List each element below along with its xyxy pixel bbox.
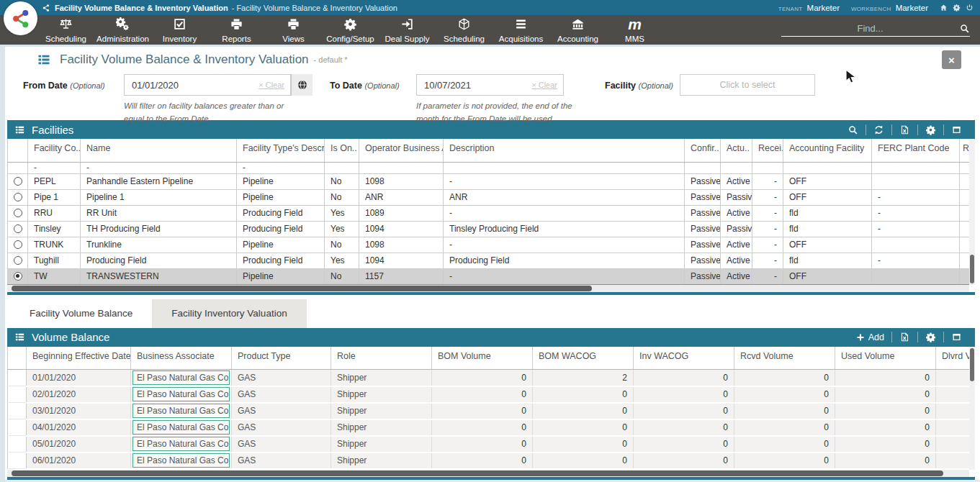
nav-item-inventory[interactable]: Inventory: [151, 16, 208, 45]
cell-row-handle[interactable]: [8, 453, 27, 469]
volume-horizontal-scrollbar[interactable]: [7, 470, 969, 477]
cell-business-associate[interactable]: El Paso Natural Gas Compa..: [131, 370, 232, 386]
nav-item-mms[interactable]: m MMS: [606, 16, 663, 45]
col-clipped[interactable]: R: [960, 139, 970, 162]
volume-settings-button[interactable]: [918, 332, 943, 342]
nav-item-views[interactable]: Views: [265, 16, 322, 45]
app-logo[interactable]: [4, 1, 37, 35]
volume-row[interactable]: 01/01/2020 El Paso Natural Gas Compa.. G…: [8, 370, 970, 386]
cell-business-associate[interactable]: El Paso Natural Gas Compa..: [131, 403, 232, 419]
row-radio-button[interactable]: [14, 209, 22, 217]
nav-item-acquisitions[interactable]: Acquisitions: [493, 16, 549, 45]
facilities-refresh-button[interactable]: [866, 124, 891, 135]
tab[interactable]: Facility Inventory Valuation: [152, 299, 306, 328]
cell-row-handle[interactable]: [8, 419, 27, 436]
facility-row[interactable]: TW TRANSWESTERN Pipeline No 1157 - Passi…: [8, 268, 970, 284]
nav-item-accounting[interactable]: Accounting: [549, 16, 606, 45]
col-actu[interactable]: Actu..: [721, 139, 752, 162]
col-facility-code[interactable]: Facility Co..: [28, 139, 81, 162]
search-icon[interactable]: [959, 23, 970, 34]
volume-excel-export-button[interactable]: [892, 332, 917, 342]
facility-row[interactable]: TRUNK Trunkline Pipeline No 1098 - Passi…: [8, 237, 970, 253]
volume-row[interactable]: 02/01/2020 El Paso Natural Gas Compa.. G…: [8, 386, 970, 403]
facility-row[interactable]: RRU RR Unit Producing Field Yes 1089 - P…: [8, 205, 970, 221]
from-date-globe-button[interactable]: [291, 74, 313, 96]
volume-row[interactable]: 05/01/2020 El Paso Natural Gas Compa.. G…: [8, 436, 970, 453]
cell-radio: [8, 189, 28, 205]
facilities-vertical-scrollbar[interactable]: [969, 139, 975, 285]
col-operator[interactable]: Operator Business A..: [359, 139, 444, 162]
col-facility-type[interactable]: Facility Type's Descri..: [237, 139, 325, 162]
row-radio-button[interactable]: [14, 177, 22, 186]
scrollbar-thumb[interactable]: [970, 348, 974, 381]
cell-row-handle[interactable]: [8, 386, 27, 403]
facilities-horizontal-scrollbar[interactable]: [7, 285, 969, 292]
facility-row[interactable]: Tughill Producing Field Producing Field …: [8, 253, 970, 268]
row-radio-button[interactable]: [14, 272, 22, 281]
cell-row-handle[interactable]: [8, 403, 27, 419]
cell-clipped: [960, 253, 970, 268]
from-date-input[interactable]: [125, 75, 253, 95]
facility-row[interactable]: Pipe 1 Pipeline 1 Pipeline No ANR ANR Pa…: [8, 189, 970, 205]
nav-item-scheduling-2[interactable]: Scheduling: [436, 16, 493, 45]
home-icon[interactable]: [940, 4, 948, 12]
find-input[interactable]: [781, 23, 959, 34]
facilities-maximize-button[interactable]: [944, 124, 969, 135]
col-confir[interactable]: Confir..: [685, 139, 721, 162]
add-button[interactable]: Add: [849, 332, 891, 342]
nav-item-reports[interactable]: Reports: [208, 16, 265, 45]
cell-business-associate[interactable]: El Paso Natural Gas Compa..: [131, 419, 232, 436]
col-business-associate[interactable]: Business Associate: [131, 347, 232, 370]
col-beginning-effective-date[interactable]: Beginning Effective Date: [27, 347, 131, 370]
nav-item-administration[interactable]: Administration: [94, 16, 151, 45]
col-recei[interactable]: Recei..: [752, 139, 783, 162]
row-radio-button[interactable]: [14, 240, 22, 249]
cell-row-handle[interactable]: [8, 436, 27, 453]
close-button[interactable]: ×: [942, 50, 961, 69]
col-name[interactable]: Name: [81, 139, 237, 162]
nav-item-deal-supply[interactable]: Deal Supply: [379, 16, 436, 45]
col-bom-wacog[interactable]: BOM WACOG: [533, 347, 634, 370]
share-logo-icon: [10, 8, 32, 29]
row-radio-button[interactable]: [14, 256, 22, 265]
col-product-type[interactable]: Product Type: [232, 347, 331, 370]
nav-item-scheduling-1[interactable]: Scheduling: [37, 16, 94, 45]
volume-row[interactable]: 06/01/2020 El Paso Natural Gas Compa.. G…: [8, 453, 970, 469]
scrollbar-thumb[interactable]: [970, 255, 974, 283]
col-ferc-plant-code[interactable]: FERC Plant Code: [872, 139, 960, 162]
col-is-on[interactable]: Is On..: [325, 139, 359, 162]
from-date-clear-link[interactable]: × Clear: [253, 81, 290, 89]
to-date-input[interactable]: [417, 75, 526, 95]
cell-business-associate[interactable]: El Paso Natural Gas Compa..: [131, 453, 232, 469]
col-rcvd-volume[interactable]: Rcvd Volume: [734, 347, 835, 370]
col-inv-wacog[interactable]: Inv WACOG: [634, 347, 734, 370]
volume-maximize-button[interactable]: [944, 332, 969, 342]
facility-row[interactable]: PEPL Panhandle Eastern Pipeline Pipeline…: [8, 173, 970, 189]
volume-row[interactable]: 04/01/2020 El Paso Natural Gas Compa.. G…: [8, 419, 970, 436]
row-radio-button[interactable]: [14, 224, 22, 233]
cell-business-associate[interactable]: El Paso Natural Gas Compa..: [131, 386, 232, 403]
facilities-search-button[interactable]: [840, 124, 866, 135]
col-role[interactable]: Role: [331, 347, 432, 370]
volume-vertical-scrollbar[interactable]: [969, 347, 975, 470]
to-date-clear-link[interactable]: × Clear: [526, 81, 563, 89]
row-radio-button[interactable]: [14, 193, 22, 201]
scrollbar-thumb[interactable]: [12, 470, 943, 476]
facility-row[interactable]: Tinsley TH Producing Field Producing Fie…: [8, 221, 970, 237]
nav-item-config-setup[interactable]: Config/Setup: [322, 16, 379, 45]
cell-row-handle[interactable]: [8, 370, 27, 386]
col-bom-volume[interactable]: BOM Volume: [432, 347, 533, 370]
col-used-volume[interactable]: Used Volume: [835, 347, 936, 370]
col-description[interactable]: Description: [444, 139, 685, 162]
facilities-settings-button[interactable]: [918, 124, 943, 135]
scrollbar-thumb[interactable]: [12, 286, 592, 291]
power-icon[interactable]: [966, 4, 974, 12]
facility-select-input[interactable]: [680, 74, 815, 96]
tab[interactable]: Facility Volume Balance: [10, 299, 152, 328]
gear-icon[interactable]: [953, 4, 961, 12]
volume-row[interactable]: 03/01/2020 El Paso Natural Gas Compa.. G…: [8, 403, 970, 419]
col-dlvrd-volume[interactable]: Dlvrd Vol: [936, 347, 970, 370]
cell-business-associate[interactable]: El Paso Natural Gas Compa..: [131, 436, 232, 453]
facilities-excel-export-button[interactable]: [892, 124, 917, 135]
col-accounting-facility[interactable]: Accounting Facility: [783, 139, 872, 162]
